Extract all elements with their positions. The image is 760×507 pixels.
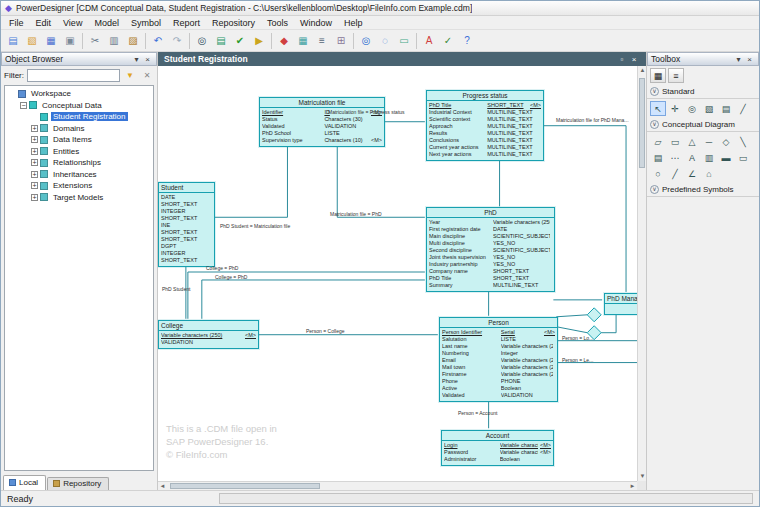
diagram-canvas[interactable]: This is a .CDM file open in SAP PowerDes… xyxy=(158,66,637,481)
tree-item-conceptual-data[interactable]: −Conceptual Data xyxy=(5,100,153,112)
filter-apply-icon[interactable]: ▼ xyxy=(123,68,137,82)
tree-expander-icon[interactable]: − xyxy=(20,102,27,109)
copy-icon[interactable]: ▥ xyxy=(105,32,123,50)
link-tool-icon[interactable]: ╱ xyxy=(735,101,751,116)
tree-item-relationships[interactable]: +Relationships xyxy=(5,157,153,169)
redo-icon[interactable]: ↷ xyxy=(168,32,186,50)
horizontal-scrollbar[interactable]: ◄ ► xyxy=(158,481,637,490)
menu-report[interactable]: Report xyxy=(167,17,206,29)
entity-account[interactable]: AccountLoginVariable characters (250)<M>… xyxy=(441,430,554,466)
grabber-tool-icon[interactable]: ✛ xyxy=(667,101,683,116)
rectangle-tool-icon[interactable]: ▭ xyxy=(735,150,751,165)
entity-college[interactable]: CollegeVariable characters (250)<M>VALID… xyxy=(158,320,259,349)
menu-file[interactable]: File xyxy=(3,17,30,29)
tree-expander-icon[interactable]: + xyxy=(31,136,38,143)
help-icon[interactable]: ? xyxy=(458,32,476,50)
open-diagram-tool-icon[interactable]: ▧ xyxy=(701,101,717,116)
ellipse-tool-icon[interactable]: ○ xyxy=(650,166,666,181)
entity-tool-icon[interactable]: ▭ xyxy=(667,134,683,149)
inheritance-tool-icon[interactable]: △ xyxy=(684,134,700,149)
filter-clear-icon[interactable]: ✕ xyxy=(140,68,154,82)
entity-matriculation-file[interactable]: Matriculation fileIdentifierID<M>StatusC… xyxy=(259,97,385,147)
tree-expander-icon[interactable]: + xyxy=(31,159,38,166)
pointer-tool-icon[interactable]: ↖ xyxy=(650,101,666,116)
relationship-tool-icon[interactable]: ─ xyxy=(701,134,717,149)
undo-icon[interactable]: ↶ xyxy=(149,32,167,50)
menu-edit[interactable]: Edit xyxy=(30,17,58,29)
tree-expander-icon[interactable]: + xyxy=(31,148,38,155)
tree-expander-icon[interactable]: + xyxy=(31,171,38,178)
palette-icon[interactable]: ◆ xyxy=(275,32,293,50)
group-symbols-icon[interactable]: ⊞ xyxy=(332,32,350,50)
menu-view[interactable]: View xyxy=(57,17,88,29)
list-view-icon[interactable]: ≡ xyxy=(668,68,684,83)
package-tool-icon[interactable]: ▱ xyxy=(650,134,666,149)
text-tool-icon[interactable]: A xyxy=(684,150,700,165)
toolbox-close-icon[interactable]: × xyxy=(744,55,755,64)
cut-icon[interactable]: ✂ xyxy=(86,32,104,50)
new-model-icon[interactable]: ▤ xyxy=(4,32,22,50)
menu-model[interactable]: Model xyxy=(88,17,125,29)
tab-local[interactable]: Local xyxy=(3,475,46,490)
tree-item-inheritances[interactable]: +Inheritances xyxy=(5,169,153,181)
generate-icon[interactable]: ▶ xyxy=(250,32,268,50)
scroll-down-icon[interactable]: ▼ xyxy=(638,472,646,481)
paste-icon[interactable]: ▨ xyxy=(124,32,142,50)
tree-item-entities[interactable]: +Entities xyxy=(5,146,153,158)
spell-check-icon[interactable]: ✓ xyxy=(439,32,457,50)
save-icon[interactable]: ▦ xyxy=(42,32,60,50)
scroll-left-icon[interactable]: ◄ xyxy=(158,482,167,490)
tree-expander-icon[interactable]: + xyxy=(31,125,38,132)
note-tool-icon[interactable]: ▤ xyxy=(718,101,734,116)
note-shape-tool-icon[interactable]: ▥ xyxy=(701,150,717,165)
file-tool-icon[interactable]: ▤ xyxy=(650,150,666,165)
zoom-in-tool-icon[interactable]: ◎ xyxy=(684,101,700,116)
toolbox-menu-icon[interactable]: ▾ xyxy=(733,55,744,64)
entity-progress-status[interactable]: Progress statusPhD TitleSHORT_TEXT<M>Ind… xyxy=(426,90,544,161)
tree-item-target-models[interactable]: +Target Models xyxy=(5,192,153,204)
line-tool-icon[interactable]: ╱ xyxy=(667,166,683,181)
find-icon[interactable]: ◎ xyxy=(193,32,211,50)
language-icon[interactable]: A xyxy=(420,32,438,50)
check-model-icon[interactable]: ✔ xyxy=(231,32,249,50)
diagram-restore-icon[interactable]: ▫ xyxy=(616,55,628,64)
toolbox-section-standard[interactable]: ∨Standard xyxy=(647,85,759,99)
tree-expander-icon[interactable]: + xyxy=(31,182,38,189)
scroll-right-icon[interactable]: ► xyxy=(628,482,637,490)
align-icon[interactable]: ≡ xyxy=(313,32,331,50)
panel-menu-icon[interactable]: ▾ xyxy=(131,55,142,64)
menu-window[interactable]: Window xyxy=(294,17,338,29)
note-link-tool-icon[interactable]: ⋯ xyxy=(667,150,683,165)
full-page-icon[interactable]: ▭ xyxy=(395,32,413,50)
tree-expander-icon[interactable]: + xyxy=(31,194,38,201)
entity-person[interactable]: PersonPerson IdentifierSerial<M>Salutati… xyxy=(439,317,558,402)
toolbox-section-predefined-symbols[interactable]: ∨Predefined Symbols xyxy=(647,183,759,197)
diagram-close-icon[interactable]: × xyxy=(628,55,640,64)
filter-input[interactable] xyxy=(27,69,120,82)
horizontal-scroll-thumb[interactable] xyxy=(170,483,320,489)
entity-phd-mana[interactable]: PhD Mana... xyxy=(604,293,637,315)
title-box-tool-icon[interactable]: ▬ xyxy=(718,150,734,165)
show-grid-icon[interactable]: ▦ xyxy=(294,32,312,50)
tree-item-student-registration[interactable]: Student Registration xyxy=(5,111,153,123)
zoom-in-icon[interactable]: ◎ xyxy=(357,32,375,50)
entity-student[interactable]: StudentDATESHORT_TEXTINTEGERSHORT_TEXTIN… xyxy=(158,182,215,267)
menu-help[interactable]: Help xyxy=(338,17,369,29)
zoom-out-icon[interactable]: ◌ xyxy=(376,32,394,50)
polygon-tool-icon[interactable]: ⌂ xyxy=(701,166,717,181)
tree-item-domains[interactable]: +Domains xyxy=(5,123,153,135)
tree-item-extensions[interactable]: +Extensions xyxy=(5,180,153,192)
menu-repository[interactable]: Repository xyxy=(206,17,261,29)
properties-icon[interactable]: ▤ xyxy=(212,32,230,50)
categories-view-icon[interactable]: ▦ xyxy=(650,68,666,83)
toolbox-section-conceptual-diagram[interactable]: ∨Conceptual Diagram xyxy=(647,118,759,132)
entity-phd[interactable]: PhDYearVariable characters (250)First re… xyxy=(426,207,555,292)
vertical-scrollbar[interactable]: ▲ ▼ xyxy=(637,66,646,481)
association-tool-icon[interactable]: ◇ xyxy=(718,134,734,149)
association-link-tool-icon[interactable]: ╲ xyxy=(735,134,751,149)
scroll-up-icon[interactable]: ▲ xyxy=(638,66,646,75)
vertical-scroll-thumb[interactable] xyxy=(639,78,645,168)
tab-repository[interactable]: Repository xyxy=(47,477,109,490)
tree-item-workspace[interactable]: Workspace xyxy=(5,88,153,100)
panel-close-icon[interactable]: × xyxy=(142,55,153,64)
